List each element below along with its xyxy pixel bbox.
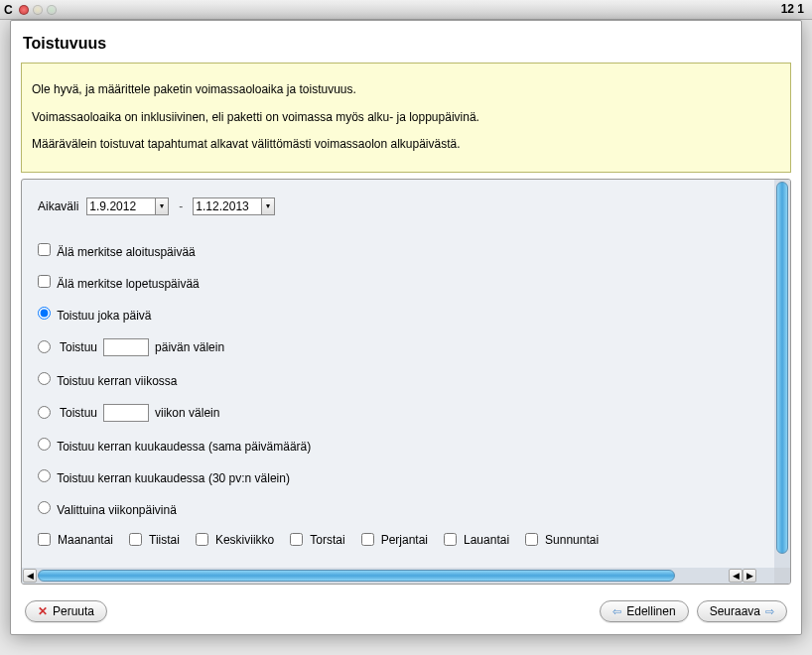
radio-every-n-days-post: päivän välein <box>155 340 224 354</box>
radio-weekly-once-label[interactable]: Toistuu kerran viikossa <box>38 372 178 388</box>
radio-daily[interactable] <box>38 307 51 320</box>
days-interval-input[interactable] <box>103 338 149 356</box>
day-thu-label[interactable]: Torstai <box>290 533 344 547</box>
zoom-dot-icon <box>47 5 57 15</box>
no-start-checkbox[interactable] <box>38 243 51 256</box>
day-tue-label[interactable]: Tiistai <box>129 533 180 547</box>
bg-right-text: 12 1 <box>781 2 804 16</box>
day-thu-text: Torstai <box>310 533 344 547</box>
radio-every-n-days[interactable] <box>38 340 51 353</box>
background-window-titlebar: C 12 1 <box>0 0 812 20</box>
radio-monthly-same-day[interactable] <box>38 438 51 451</box>
no-start-check-label[interactable]: Älä merkitse aloituspäivää <box>38 245 196 259</box>
day-sun-checkbox[interactable] <box>525 533 538 546</box>
date-to-dropdown-icon[interactable]: ▾ <box>261 197 275 215</box>
vertical-scroll-thumb[interactable] <box>776 182 788 555</box>
day-wed-label[interactable]: Keskiviikko <box>196 533 274 547</box>
date-from-input[interactable] <box>86 197 156 215</box>
radio-every-n-days-pre: Toistuu <box>60 340 97 354</box>
vertical-scrollbar[interactable] <box>774 180 790 568</box>
button-bar: ✕ Peruuta ⇦ Edellinen Seuraava ⇨ <box>11 592 801 634</box>
day-sat-checkbox[interactable] <box>444 533 457 546</box>
day-thu-checkbox[interactable] <box>290 533 303 546</box>
info-line-1: Ole hyvä, ja määrittele paketin voimassa… <box>32 79 780 101</box>
minimize-dot-icon <box>33 5 43 15</box>
radio-every-n-weeks-post: viikon välein <box>155 406 219 420</box>
day-mon-checkbox[interactable] <box>38 533 51 546</box>
form-scroll-region: Aikaväli ▾ - ▾ Älä merkitse aloituspäivä… <box>21 179 791 585</box>
radio-every-n-weeks-pre: Toistuu <box>60 406 97 420</box>
day-fri-checkbox[interactable] <box>361 533 374 546</box>
day-wed-text: Keskiviikko <box>215 533 274 547</box>
close-dot-icon[interactable] <box>19 5 29 15</box>
day-wed-checkbox[interactable] <box>196 533 208 546</box>
weeks-interval-input[interactable] <box>103 404 149 422</box>
cancel-button-label: Peruuta <box>53 604 94 618</box>
hscroll-left-arrow-icon[interactable]: ◀ <box>23 569 37 583</box>
radio-weekly-once[interactable] <box>38 372 51 385</box>
scroll-corner <box>774 568 790 584</box>
info-line-3: Määrävälein toistuvat tapahtumat alkavat… <box>32 134 780 156</box>
horizontal-scroll-thumb[interactable] <box>38 570 675 582</box>
recurrence-dialog: Toistuvuus Ole hyvä, ja määrittele paket… <box>10 20 802 635</box>
no-start-text: Älä merkitse aloituspäivää <box>57 245 195 259</box>
info-box: Ole hyvä, ja määrittele paketin voimassa… <box>21 63 791 173</box>
previous-button-label: Edellinen <box>626 604 675 618</box>
radio-monthly-30[interactable] <box>38 469 51 482</box>
day-sun-label[interactable]: Sunnuntai <box>525 533 599 547</box>
day-sun-text: Sunnuntai <box>545 533 599 547</box>
previous-button[interactable]: ⇦ Edellinen <box>600 600 688 622</box>
day-fri-label[interactable]: Perjantai <box>361 533 428 547</box>
day-fri-text: Perjantai <box>381 533 428 547</box>
weekday-row: Maanantai Tiistai Keskiviikko Torstai Pe… <box>38 533 758 547</box>
form-body: Aikaväli ▾ - ▾ Älä merkitse aloituspäivä… <box>22 180 774 568</box>
arrow-right-icon: ⇨ <box>765 605 774 618</box>
hscroll-right-arrow-icon[interactable]: ▶ <box>743 569 756 583</box>
next-button[interactable]: Seuraava ⇨ <box>697 600 787 622</box>
radio-monthly-same-day-text: Toistuu kerran kuukaudessa (sama päivämä… <box>57 440 311 454</box>
date-from-dropdown-icon[interactable]: ▾ <box>155 197 169 215</box>
range-label: Aikaväli <box>38 199 78 213</box>
radio-weekdays-text: Valittuina viikonpäivinä <box>57 503 177 517</box>
date-to-input[interactable] <box>193 197 262 215</box>
cancel-x-icon: ✕ <box>38 604 48 618</box>
next-button-label: Seuraava <box>710 604 760 618</box>
radio-daily-label[interactable]: Toistuu joka päivä <box>38 307 152 323</box>
range-separator: - <box>179 199 183 213</box>
radio-weekly-once-text: Toistuu kerran viikossa <box>57 374 177 388</box>
info-line-2: Voimassaoloaika on inklusiivinen, eli pa… <box>32 107 780 129</box>
radio-every-n-weeks[interactable] <box>38 406 51 419</box>
bg-left-char: C <box>4 3 13 17</box>
day-tue-text: Tiistai <box>149 533 180 547</box>
radio-weekdays-label[interactable]: Valittuina viikonpäivinä <box>38 501 177 517</box>
no-end-checkbox[interactable] <box>38 275 51 288</box>
no-end-text: Älä merkitse lopetuspäivää <box>57 277 199 291</box>
day-tue-checkbox[interactable] <box>129 533 142 546</box>
radio-weekdays[interactable] <box>38 501 51 514</box>
date-range-row: Aikaväli ▾ - ▾ <box>38 197 758 215</box>
radio-monthly-30-label[interactable]: Toistuu kerran kuukaudessa (30 pv:n väle… <box>38 469 290 485</box>
hscroll-left2-arrow-icon[interactable]: ◀ <box>729 569 743 583</box>
dialog-title: Toistuvuus <box>11 21 801 63</box>
horizontal-scrollbar[interactable]: ◀ ◀ ▶ <box>22 568 774 584</box>
day-mon-label[interactable]: Maanantai <box>38 533 113 547</box>
day-sat-label[interactable]: Lauantai <box>444 533 509 547</box>
radio-daily-text: Toistuu joka päivä <box>57 309 151 323</box>
day-mon-text: Maanantai <box>58 533 113 547</box>
arrow-left-icon: ⇦ <box>612 605 621 618</box>
day-sat-text: Lauantai <box>464 533 509 547</box>
radio-monthly-30-text: Toistuu kerran kuukaudessa (30 pv:n väle… <box>57 471 290 485</box>
radio-monthly-same-day-label[interactable]: Toistuu kerran kuukaudessa (sama päivämä… <box>38 438 311 454</box>
cancel-button[interactable]: ✕ Peruuta <box>25 600 107 622</box>
no-end-check-label[interactable]: Älä merkitse lopetuspäivää <box>38 277 200 291</box>
